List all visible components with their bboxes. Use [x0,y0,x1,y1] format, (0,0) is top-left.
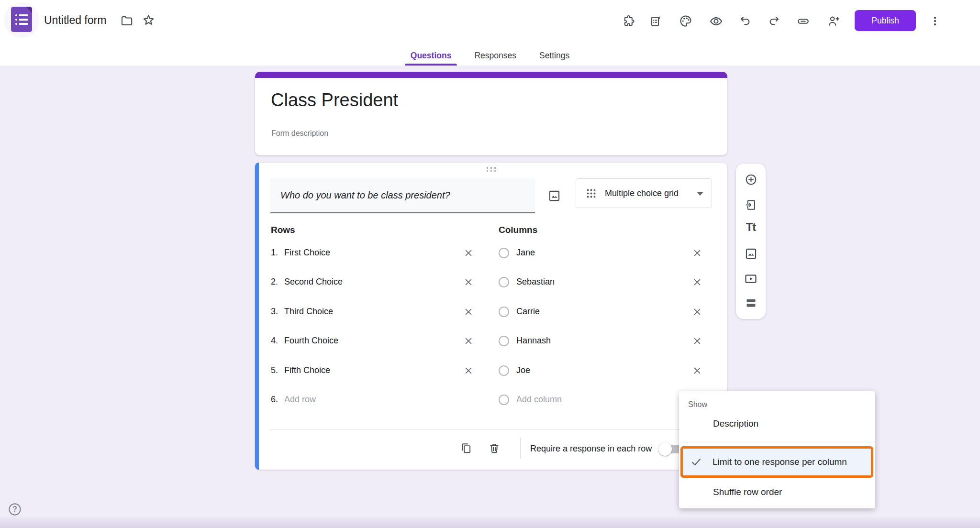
grid-column-item: Carrie [255,305,710,318]
grid-column-item: Jane [255,246,710,259]
add-collaborators-button[interactable] [827,14,840,28]
remove-column-button[interactable] [691,247,703,259]
question-mark-icon: ? [8,502,22,517]
google-forms-editor: Untitled form [0,0,980,528]
publish-button[interactable]: Publish [855,10,916,31]
tab-settings[interactable]: Settings [528,45,581,66]
footer-divider [270,429,712,429]
delete-question-button[interactable] [488,441,501,455]
column-label[interactable]: Carrie [516,307,540,317]
toggle-knob [658,442,672,456]
import-icon [745,198,757,211]
add-column-item: Add column [255,393,710,406]
question-type-select[interactable]: Multiple choice grid [576,178,712,208]
menu-divider [679,442,875,442]
add-image-toolbar-button[interactable] [745,247,757,260]
tab-responses-label: Responses [474,51,516,61]
image-icon [745,247,757,260]
more-options-button[interactable] [928,14,942,28]
document-sparkle-icon [649,15,662,28]
copy-link-button[interactable] [796,14,810,28]
folder-icon [120,14,133,27]
remove-column-button[interactable] [691,364,703,377]
radio-circle-icon [499,248,509,258]
add-question-button[interactable] [745,173,757,186]
columns-header: Columns [499,225,537,235]
menu-item-shuffle-row-order[interactable]: Shuffle row order [679,482,875,503]
logo-line [15,19,28,21]
add-section-button[interactable] [745,297,757,309]
add-title-description-button[interactable]: Tt [745,221,757,233]
theme-accent-bar [255,72,727,78]
logo-line [15,23,28,25]
column-label[interactable]: Hannash [516,336,551,346]
column-label[interactable]: Jane [516,248,535,258]
undo-button[interactable] [738,14,752,28]
column-label[interactable]: Joe [516,365,530,375]
form-description-placeholder[interactable]: Form description [271,129,328,138]
remove-column-button[interactable] [691,276,703,288]
menu-item-label: Shuffle row order [713,487,782,497]
duplicate-icon [460,442,472,454]
menu-item-limit-one-response[interactable]: Limit to one response per column [680,446,873,478]
palette-icon [679,14,692,28]
more-vert-icon [929,15,941,27]
template-sparkle-button[interactable] [649,14,662,28]
trash-icon [488,442,501,454]
move-to-folder-button[interactable] [120,14,133,27]
radio-circle-icon [499,336,509,346]
eye-icon [709,14,723,28]
question-text: Who do you want to be class president? [280,190,450,201]
import-questions-button[interactable] [745,198,757,211]
customize-theme-button[interactable] [679,14,692,28]
image-icon [548,189,561,202]
add-video-button[interactable] [745,273,757,285]
nav-tabs: Questions Responses Settings [0,45,980,66]
menu-item-description[interactable]: Description [679,413,875,434]
remove-column-button[interactable] [691,335,703,347]
star-button[interactable] [142,13,155,27]
star-icon [142,13,156,27]
plus-circle-icon [745,173,757,186]
redo-icon [768,15,780,28]
add-column-button[interactable]: Add column [516,395,562,405]
tab-questions-label: Questions [411,51,452,61]
add-ons-button[interactable] [622,14,635,28]
menu-header: Show [688,400,707,409]
grid-column-item: Sebastian [255,275,710,288]
grid-column-item: Joe [255,364,710,377]
top-bar: Untitled form [0,0,980,66]
remove-column-button[interactable] [691,306,703,318]
menu-item-label: Limit to one response per column [713,457,847,467]
chevron-down-icon [697,192,703,196]
add-image-button[interactable] [547,188,561,203]
question-title-input[interactable]: Who do you want to be class president? [270,178,535,213]
drag-handle[interactable] [487,167,496,172]
column-label[interactable]: Sebastian [516,277,555,287]
menu-item-label: Description [713,418,758,429]
form-header-card: Class President Form description [255,72,727,155]
text-title-icon: Tt [746,220,756,234]
tab-responses[interactable]: Responses [463,45,528,66]
radio-circle-icon [499,365,509,376]
radio-circle-icon [499,307,509,317]
google-forms-logo-icon[interactable] [11,7,32,32]
active-tab-underline [405,64,457,66]
duplicate-question-button[interactable] [459,441,473,455]
person-add-icon [827,14,840,28]
show-options-menu: Show Description Limit to one response p… [679,391,875,508]
radio-circle-icon [499,277,509,287]
tab-settings-label: Settings [539,51,569,61]
form-title[interactable]: Class President [271,90,398,110]
help-button[interactable]: ? [8,502,22,517]
tab-questions[interactable]: Questions [399,45,463,66]
logo-fold [26,7,32,19]
redo-button[interactable] [767,14,780,28]
preview-button[interactable] [709,14,723,28]
question-type-label: Multiple choice grid [605,188,679,198]
rows-header: Rows [271,225,295,235]
form-file-title[interactable]: Untitled form [44,14,106,27]
link-icon [796,14,810,28]
multiple-choice-grid-icon [586,188,597,199]
add-items-toolbar: Tt [736,164,766,319]
